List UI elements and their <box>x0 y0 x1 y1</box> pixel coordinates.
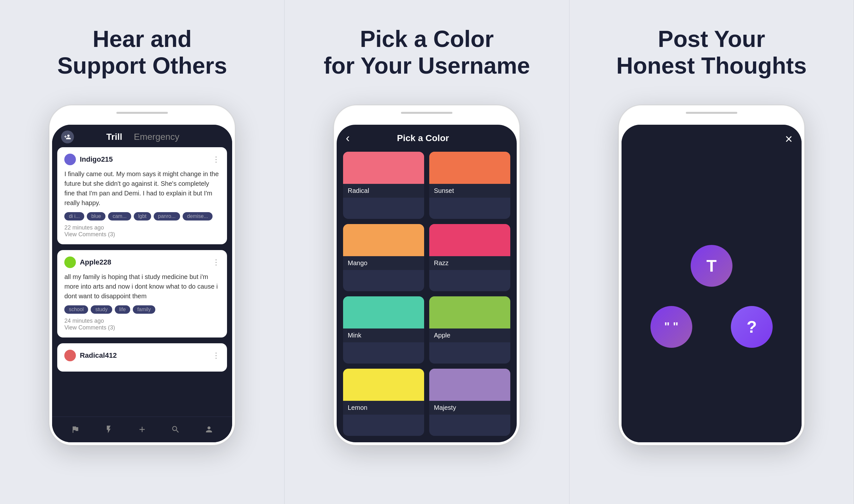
feed-tabs: Trill Emergency <box>106 132 179 142</box>
tag[interactable]: family <box>133 305 155 314</box>
tab-trill[interactable]: Trill <box>106 132 122 142</box>
phone1-header: Trill Emergency <box>52 125 232 147</box>
post-card-2: Apple228 ⋮ all my family is hoping that … <box>57 250 227 338</box>
tag[interactable]: study <box>91 305 112 314</box>
color-lemon[interactable]: Lemon <box>343 369 424 436</box>
user3-dot <box>64 350 76 361</box>
post-card-3: Radical412 ⋮ <box>57 343 227 372</box>
phone-1: Trill Emergency Indigo215 ⋮ I fin <box>49 105 235 446</box>
bottom-nav <box>52 417 232 442</box>
color-picker-screen: ‹ Pick a Color Radical Sunset <box>337 125 517 442</box>
phone-3-screen: × T " " ? <box>622 125 802 442</box>
user3-name: Radical412 <box>80 351 117 360</box>
tag[interactable]: life <box>115 305 130 314</box>
post-screen-header: × <box>622 125 802 150</box>
user1-dot <box>64 154 76 165</box>
close-button[interactable]: × <box>785 132 792 145</box>
color-mango[interactable]: Mango <box>343 224 424 291</box>
color-razz[interactable]: Razz <box>429 224 510 291</box>
sunset-swatch <box>429 152 510 184</box>
post2-tags: school study life family <box>64 305 220 314</box>
apple-swatch <box>429 296 510 328</box>
post2-footer: 24 minutes ago View Comments (3) <box>64 318 220 331</box>
majesty-swatch <box>429 369 510 401</box>
apple-label: Apple <box>429 328 510 342</box>
nav-flag-icon[interactable] <box>69 424 81 435</box>
tab-emergency[interactable]: Emergency <box>134 132 179 142</box>
panel1-title: Hear andSupport Others <box>57 26 227 79</box>
post1-time: 22 minutes ago <box>64 224 220 231</box>
bubble-question[interactable]: ? <box>731 306 773 348</box>
razz-label: Razz <box>429 256 510 270</box>
post-feed: Indigo215 ⋮ I finally came out. My mom s… <box>52 147 232 397</box>
lemon-label: Lemon <box>343 401 424 415</box>
mink-label: Mink <box>343 328 424 342</box>
color-screen-title: Pick a Color <box>350 133 496 143</box>
radical-swatch <box>343 152 424 184</box>
post3-header: Radical412 ⋮ <box>64 350 220 361</box>
mango-swatch <box>343 224 424 256</box>
razz-swatch <box>429 224 510 256</box>
thought-row-1: T <box>691 245 732 287</box>
post1-menu[interactable]: ⋮ <box>212 155 220 164</box>
post2-comments[interactable]: View Comments (3) <box>64 324 220 331</box>
post1-footer: 22 minutes ago View Comments (3) <box>64 224 220 238</box>
phone-3: × T " " ? <box>618 105 805 446</box>
majesty-label: Majesty <box>429 401 510 415</box>
tag[interactable]: blue <box>87 212 105 220</box>
nav-person-icon[interactable] <box>203 424 215 435</box>
lemon-swatch <box>343 369 424 401</box>
post1-comments[interactable]: View Comments (3) <box>64 231 220 238</box>
bubble-quote[interactable]: " " <box>651 306 692 348</box>
post2-header: Apple228 ⋮ <box>64 256 220 268</box>
post2-user: Apple228 <box>64 256 111 268</box>
panel2-title: Pick a Colorfor Your Username <box>324 26 530 79</box>
add-friend-icon[interactable] <box>61 130 74 143</box>
post-thought-screen: × T " " ? <box>622 125 802 442</box>
nav-bolt-icon[interactable] <box>103 424 114 435</box>
tag[interactable]: school <box>64 305 88 314</box>
color-grid: Radical Sunset Mango Razz <box>337 149 517 442</box>
color-mink[interactable]: Mink <box>343 296 424 363</box>
post2-time: 24 minutes ago <box>64 318 220 324</box>
color-header: ‹ Pick a Color <box>337 125 517 149</box>
color-radical[interactable]: Radical <box>343 152 424 219</box>
post1-header: Indigo215 ⋮ <box>64 154 220 165</box>
post2-menu[interactable]: ⋮ <box>212 258 220 267</box>
color-apple[interactable]: Apple <box>429 296 510 363</box>
mango-label: Mango <box>343 256 424 270</box>
post2-text: all my family is hoping that i study med… <box>64 272 220 301</box>
tag[interactable]: panro... <box>154 212 180 220</box>
radical-label: Radical <box>343 184 424 198</box>
phone-2-screen: ‹ Pick a Color Radical Sunset <box>337 125 517 442</box>
panel-post-thoughts: Post YourHonest Thoughts × T " " ? <box>569 0 854 504</box>
nav-plus-icon[interactable] <box>136 424 148 435</box>
post3-user: Radical412 <box>64 350 117 361</box>
tag[interactable]: cam... <box>108 212 131 220</box>
post1-user: Indigo215 <box>64 154 113 165</box>
sunset-label: Sunset <box>429 184 510 198</box>
phone-2: ‹ Pick a Color Radical Sunset <box>334 105 520 446</box>
bubble-t[interactable]: T <box>691 245 732 287</box>
color-sunset[interactable]: Sunset <box>429 152 510 219</box>
color-majesty[interactable]: Majesty <box>429 369 510 436</box>
post3-menu[interactable]: ⋮ <box>212 351 220 360</box>
panel-pick-color: Pick a Colorfor Your Username ‹ Pick a C… <box>285 0 569 504</box>
panel3-title: Post YourHonest Thoughts <box>617 26 807 79</box>
back-button[interactable]: ‹ <box>346 132 350 144</box>
user2-name: Apple228 <box>80 258 111 267</box>
thought-row-2: " " ? <box>651 306 773 348</box>
post1-text: I finally came out. My mom says it might… <box>64 169 220 208</box>
user2-dot <box>64 256 76 268</box>
post1-tags: di i... blue cam... lgbt panro... demise… <box>64 212 220 220</box>
panel-hear-support: Hear andSupport Others Trill Emergency <box>0 0 285 504</box>
thought-area: T " " ? <box>622 150 802 442</box>
tag[interactable]: lgbt <box>134 212 151 220</box>
nav-search-icon[interactable] <box>170 424 181 435</box>
tag[interactable]: demise... <box>183 212 213 220</box>
post-card-1: Indigo215 ⋮ I finally came out. My mom s… <box>57 147 227 244</box>
phone-1-screen: Trill Emergency Indigo215 ⋮ I fin <box>52 125 232 442</box>
mink-swatch <box>343 296 424 328</box>
tag[interactable]: di i... <box>64 212 84 220</box>
user1-name: Indigo215 <box>80 155 113 164</box>
